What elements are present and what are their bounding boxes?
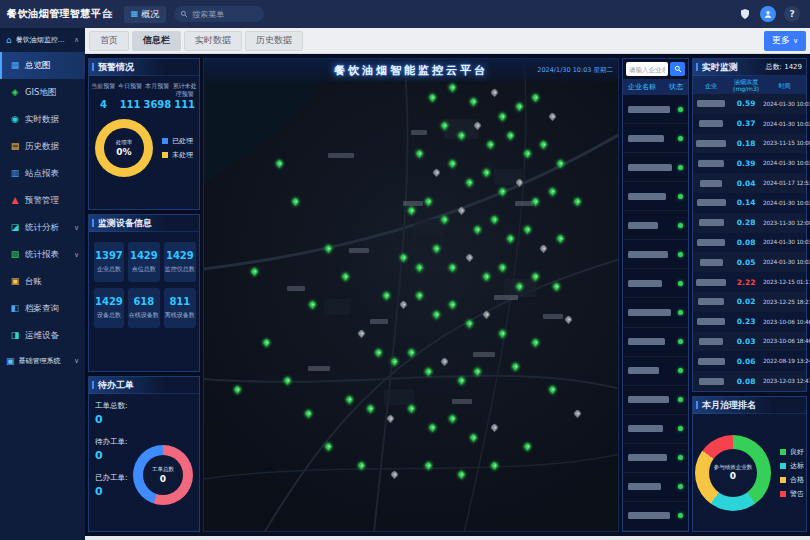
sidebar-item-label: 预警管理 bbox=[25, 195, 59, 207]
realtime-row[interactable]: 0.042024-01-17 12:53 bbox=[693, 173, 806, 193]
realtime-header-cell: 油烟浓度(mg/m3) bbox=[729, 78, 763, 92]
status-dot bbox=[678, 194, 683, 199]
realtime-row[interactable]: 0.182023-11-15 10:00 bbox=[693, 134, 806, 154]
company-row[interactable] bbox=[623, 502, 688, 531]
company-row[interactable] bbox=[623, 386, 688, 415]
status-dot bbox=[678, 281, 683, 286]
help-button[interactable]: ? bbox=[784, 6, 800, 22]
map-label-redacted bbox=[370, 319, 388, 324]
workorder-panel-title: 待办工单 bbox=[89, 377, 199, 394]
realtime-panel-title: 实时监测 bbox=[702, 59, 738, 75]
workorder-stat: 待办工单:0 bbox=[95, 437, 133, 462]
sidebar-group-base[interactable]: ▣ 基础管理系统 ∨ bbox=[0, 349, 85, 373]
company-row[interactable] bbox=[623, 328, 688, 357]
sidebar-item-analysis[interactable]: ◪统计分析∨ bbox=[0, 214, 85, 241]
sidebar-group-monitor[interactable]: ⌂ 餐饮油烟监控管理系统 ∧ bbox=[0, 28, 85, 52]
sidebar-item-device[interactable]: ◨运维设备 bbox=[0, 322, 85, 349]
search-input[interactable] bbox=[192, 10, 258, 19]
company-search-button[interactable] bbox=[670, 62, 685, 76]
company-row[interactable] bbox=[623, 473, 688, 502]
realtime-table-body: 0.592024-01-30 10:030.372024-01-30 10:02… bbox=[693, 94, 806, 391]
sidebar-item-chart[interactable]: ▧统计报表∨ bbox=[0, 241, 85, 268]
tab-2[interactable]: 实时数据 bbox=[184, 31, 242, 51]
map-label-redacted bbox=[543, 314, 563, 319]
dashboard-title: 餐饮油烟智能监控云平台 bbox=[334, 63, 488, 78]
concentration-value: 0.03 bbox=[729, 337, 763, 346]
tab-1[interactable]: 信息栏 bbox=[132, 31, 181, 51]
more-button[interactable]: 更多 ∨ bbox=[764, 31, 806, 51]
sidebar-item-map[interactable]: ◈GIS地图 bbox=[0, 79, 85, 106]
sidebar-item-history[interactable]: ▤历史数据 bbox=[0, 133, 85, 160]
tab-0[interactable]: 首页 bbox=[89, 31, 129, 51]
realtime-row[interactable]: 0.232023-10-06 10:46 bbox=[693, 312, 806, 332]
realtime-row[interactable]: 0.032023-10-06 18:46 bbox=[693, 332, 806, 352]
nav-overview[interactable]: ▦ 概况 bbox=[124, 6, 167, 23]
map-label-redacted bbox=[308, 366, 330, 371]
company-row[interactable] bbox=[623, 211, 688, 240]
company-search bbox=[623, 59, 688, 79]
status-dot bbox=[678, 397, 683, 402]
realtime-row[interactable]: 0.372024-01-30 10:02 bbox=[693, 114, 806, 134]
device-stat-label: 设备总数 bbox=[95, 311, 123, 320]
company-name-redacted bbox=[628, 425, 663, 432]
realtime-row[interactable]: 0.052024-01-30 10:02 bbox=[693, 252, 806, 272]
company-row[interactable] bbox=[623, 357, 688, 386]
header-search[interactable] bbox=[174, 6, 264, 22]
device-panel-title: 监测设备信息 bbox=[89, 215, 199, 232]
company-row[interactable] bbox=[623, 153, 688, 182]
concentration-value: 0.23 bbox=[729, 317, 763, 326]
status-dot bbox=[678, 107, 683, 112]
processing-rate-value: 0% bbox=[116, 147, 131, 157]
sidebar-item-alert[interactable]: ▲预警管理 bbox=[0, 187, 85, 214]
company-row[interactable] bbox=[623, 269, 688, 298]
map-label-redacted bbox=[515, 201, 533, 206]
realtime-row[interactable]: 0.282023-11-30 12:00 bbox=[693, 213, 806, 233]
company-row[interactable] bbox=[623, 95, 688, 124]
map[interactable]: 餐饮油烟智能监控云平台 2024/1/30 10:03 星期二 bbox=[203, 58, 619, 532]
realtime-row[interactable]: 0.592024-01-30 10:03 bbox=[693, 94, 806, 114]
status-dot bbox=[678, 339, 683, 344]
avatar[interactable] bbox=[760, 6, 776, 22]
realtime-header-cell: 企业 bbox=[693, 82, 729, 89]
status-dot bbox=[678, 368, 683, 373]
sidebar-item-dashboard[interactable]: ▦总览图 bbox=[0, 52, 85, 79]
company-row[interactable] bbox=[623, 124, 688, 153]
workorder-donut-value: 0 bbox=[160, 474, 166, 484]
workorder-donut-label: 工单总数 bbox=[152, 466, 174, 473]
realtime-row[interactable]: 0.082023-12-03 12:47 bbox=[693, 371, 806, 391]
alert-icon: ▲ bbox=[10, 196, 20, 205]
realtime-row[interactable]: 2.222023-12-15 01:11 bbox=[693, 272, 806, 292]
company-row[interactable] bbox=[623, 298, 688, 327]
realtime-row[interactable]: 0.392024-01-30 10:03 bbox=[693, 153, 806, 173]
badge-button[interactable] bbox=[737, 7, 752, 22]
sidebar-item-archive[interactable]: ◧档案查询 bbox=[0, 295, 85, 322]
tab-3[interactable]: 历史数据 bbox=[245, 31, 303, 51]
company-name-redacted bbox=[628, 193, 666, 200]
concentration-value: 0.59 bbox=[729, 99, 763, 108]
realtime-row[interactable]: 0.022023-12-25 18:21 bbox=[693, 292, 806, 312]
realtime-row[interactable]: 0.062022-08-19 13:24 bbox=[693, 351, 806, 371]
realtime-row[interactable]: 0.082024-01-30 10:03 bbox=[693, 233, 806, 253]
company-name-redacted bbox=[628, 367, 659, 374]
company-search-input[interactable] bbox=[626, 62, 668, 76]
realtime-row[interactable]: 0.142024-01-30 10:03 bbox=[693, 193, 806, 213]
warning-stat-label: 本月预警 bbox=[143, 82, 171, 97]
ranking-donut: 参与绩效企业数 0 bbox=[695, 435, 771, 511]
menu-toggle-icon[interactable]: ≡ bbox=[102, 7, 114, 21]
sidebar-item-report[interactable]: ▥站点报表 bbox=[0, 160, 85, 187]
device-stat: 618在线设备数 bbox=[128, 288, 160, 328]
workorder-stat-label: 工单总数: bbox=[95, 401, 133, 411]
legend-item: 未处理 bbox=[162, 150, 193, 160]
company-row[interactable] bbox=[623, 240, 688, 269]
workorder-panel: 待办工单 工单总数:0待办工单:0已办工单:0 工单总数 0 bbox=[88, 376, 200, 532]
app-root: 餐饮油烟管理智慧平台 ≡ ▦ 概况 ? ⌂ 餐饮油烟监控管理系统 ∧ ▦总览图◈… bbox=[0, 0, 810, 540]
company-row[interactable] bbox=[623, 444, 688, 473]
realtime-company-redacted bbox=[693, 120, 729, 127]
legend-item: 警告 bbox=[780, 489, 804, 499]
company-row[interactable] bbox=[623, 415, 688, 444]
device-panel: 监测设备信息 1397企业总数1429点位总数1429监控仪总数1429设备总数… bbox=[88, 214, 200, 372]
sidebar-item-ledger[interactable]: ▣台账 bbox=[0, 268, 85, 295]
company-row[interactable] bbox=[623, 182, 688, 211]
concentration-value: 2.22 bbox=[729, 278, 763, 287]
sidebar-item-realtime[interactable]: ◉实时数据 bbox=[0, 106, 85, 133]
